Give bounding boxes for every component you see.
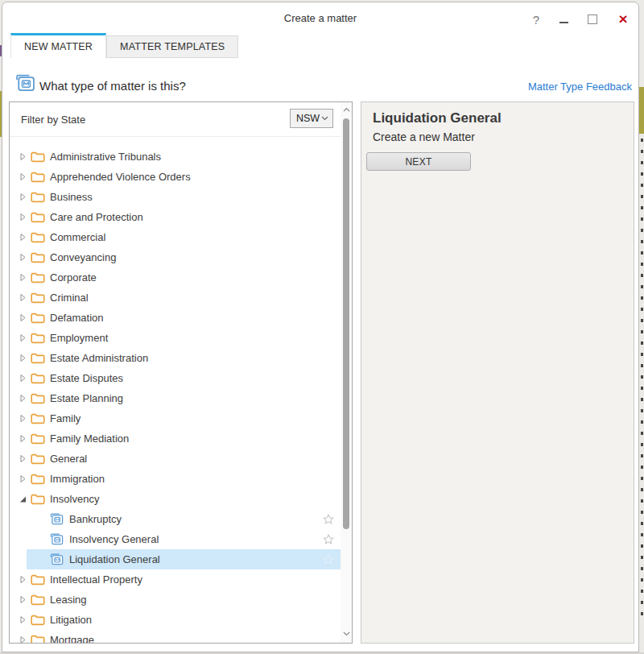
tree-item-label: Apprehended Violence Orders bbox=[50, 171, 191, 183]
folder-icon bbox=[31, 433, 45, 445]
folder-icon bbox=[31, 172, 45, 183]
expander-collapsed-icon[interactable] bbox=[19, 293, 27, 302]
scrollbar-thumb[interactable] bbox=[343, 118, 349, 529]
expander-collapsed-icon[interactable] bbox=[19, 434, 27, 443]
folder-icon bbox=[31, 151, 45, 163]
tree-item-label: Commercial bbox=[50, 231, 105, 243]
next-button[interactable]: NEXT bbox=[366, 152, 471, 171]
tree-item-immigration[interactable]: Immigration bbox=[10, 469, 341, 489]
tree-item-estate-disputes[interactable]: Estate Disputes bbox=[10, 368, 341, 388]
folder-icon bbox=[31, 494, 45, 505]
matter-icon bbox=[50, 553, 64, 565]
tree-item-litigation[interactable]: Litigation bbox=[10, 610, 341, 630]
tree-item-label: Estate Disputes bbox=[50, 372, 123, 384]
expander-collapsed-icon[interactable] bbox=[19, 454, 27, 463]
star-icon[interactable] bbox=[323, 554, 334, 565]
chevron-down-icon bbox=[321, 116, 332, 121]
expander-collapsed-icon[interactable] bbox=[19, 273, 27, 282]
tree-item-apprehended-violence-orders[interactable]: Apprehended Violence Orders bbox=[10, 167, 341, 187]
matter-icon bbox=[50, 533, 64, 545]
tree-item-label: Intellectual Property bbox=[50, 573, 142, 586]
tree-item-administrative-tribunals[interactable]: Administrative Tribunals bbox=[10, 147, 341, 167]
minimize-button[interactable] bbox=[555, 10, 572, 28]
tree-item-label: Business bbox=[50, 191, 93, 203]
tree-item-label: Estate Planning bbox=[50, 392, 123, 404]
tree-item-label: Leasing bbox=[50, 594, 87, 606]
matter-icon bbox=[50, 513, 64, 525]
tree-item-family-mediation[interactable]: Family Mediation bbox=[10, 428, 341, 449]
tree-item-care-and-protection[interactable]: Care and Protection bbox=[10, 207, 341, 227]
folder-icon bbox=[31, 474, 45, 485]
expander-collapsed-icon[interactable] bbox=[19, 474, 27, 483]
expander-collapsed-icon[interactable] bbox=[19, 333, 27, 342]
tree-item-leasing[interactable]: Leasing bbox=[10, 590, 341, 610]
expander-collapsed-icon[interactable] bbox=[19, 313, 27, 322]
expander-collapsed-icon[interactable] bbox=[19, 635, 27, 643]
tree-item-intellectual-property[interactable]: Intellectual Property bbox=[10, 569, 341, 590]
tree-item-bankruptcy[interactable]: Bankruptcy bbox=[27, 509, 341, 529]
expander-collapsed-icon[interactable] bbox=[19, 575, 27, 584]
tree-item-label: Litigation bbox=[50, 614, 92, 626]
tree-item-conveyancing[interactable]: Conveyancing bbox=[10, 247, 341, 267]
desktop-edge-right bbox=[639, 87, 644, 134]
tree-item-label: Bankruptcy bbox=[69, 513, 122, 525]
expander-collapsed-icon[interactable] bbox=[19, 253, 27, 262]
chevron-down-icon[interactable] bbox=[341, 628, 352, 640]
chevron-up-icon[interactable] bbox=[341, 104, 352, 115]
folder-icon bbox=[31, 574, 45, 586]
matter-type-tree: Administrative TribunalsApprehended Viol… bbox=[10, 147, 341, 643]
matter-detail-panel: Liquidation General Create a new Matter … bbox=[361, 101, 634, 644]
help-button[interactable]: ? bbox=[527, 10, 545, 28]
tree-item-liquidation-general[interactable]: Liquidation General bbox=[27, 549, 341, 569]
expander-collapsed-icon[interactable] bbox=[19, 213, 27, 221]
folder-icon bbox=[31, 635, 45, 644]
maximize-button[interactable] bbox=[584, 10, 601, 28]
expander-collapsed-icon[interactable] bbox=[19, 615, 27, 624]
folder-icon bbox=[31, 313, 45, 324]
star-icon[interactable] bbox=[323, 534, 334, 545]
folder-icon bbox=[31, 453, 45, 465]
tree-item-general[interactable]: General bbox=[10, 449, 341, 469]
tree-item-label: Criminal bbox=[50, 292, 89, 304]
tree-item-estate-administration[interactable]: Estate Administration bbox=[10, 348, 341, 368]
expander-collapsed-icon[interactable] bbox=[19, 394, 27, 403]
selected-matter-title: Liquidation General bbox=[373, 110, 502, 126]
expander-collapsed-icon[interactable] bbox=[19, 233, 27, 242]
tree-item-commercial[interactable]: Commercial bbox=[10, 227, 341, 247]
expander-collapsed-icon[interactable] bbox=[19, 595, 27, 604]
tree-item-insolvency[interactable]: Insolvency bbox=[10, 489, 341, 509]
state-dropdown[interactable]: NSW bbox=[290, 109, 333, 128]
tree-item-label: Defamation bbox=[50, 312, 103, 324]
expander-collapsed-icon[interactable] bbox=[19, 172, 27, 181]
matter-type-feedback-link[interactable]: Matter Type Feedback bbox=[528, 81, 632, 93]
tree-item-criminal[interactable]: Criminal bbox=[10, 288, 341, 308]
expander-collapsed-icon[interactable] bbox=[19, 374, 27, 383]
tree-item-insolvency-general[interactable]: Insolvency General bbox=[27, 529, 341, 549]
tree-item-label: Family bbox=[50, 412, 80, 424]
expander-collapsed-icon[interactable] bbox=[19, 354, 27, 362]
close-button[interactable]: × bbox=[614, 10, 632, 28]
folder-icon bbox=[31, 373, 45, 384]
tree-item-mortgage[interactable]: Mortgage bbox=[10, 630, 341, 643]
expander-expanded-icon[interactable] bbox=[19, 495, 27, 503]
tree-item-defamation[interactable]: Defamation bbox=[10, 308, 341, 328]
tree-item-label: Corporate bbox=[50, 271, 97, 284]
tree-scrollbar[interactable] bbox=[341, 102, 352, 643]
expander-collapsed-icon[interactable] bbox=[19, 192, 27, 201]
folder-icon bbox=[31, 212, 45, 223]
star-icon[interactable] bbox=[323, 514, 334, 525]
expander-collapsed-icon[interactable] bbox=[19, 152, 27, 161]
tab-matter-templates[interactable]: MATTER TEMPLATES bbox=[106, 35, 238, 58]
expander-collapsed-icon[interactable] bbox=[19, 414, 27, 423]
tree-item-corporate[interactable]: Corporate bbox=[10, 267, 341, 288]
tree-item-label: Insolvency General bbox=[69, 533, 159, 545]
state-dropdown-value: NSW bbox=[291, 113, 321, 124]
tree-item-employment[interactable]: Employment bbox=[10, 328, 341, 348]
tab-new-matter[interactable]: NEW MATTER bbox=[10, 33, 106, 58]
tree-item-label: Insolvency bbox=[50, 493, 99, 505]
tree-item-business[interactable]: Business bbox=[10, 187, 341, 207]
matter-type-tree-panel: Filter by State NSW Administrative Tribu… bbox=[9, 101, 353, 644]
page-title: What type of matter is this? bbox=[39, 79, 186, 93]
tree-item-estate-planning[interactable]: Estate Planning bbox=[10, 388, 341, 408]
tree-item-family[interactable]: Family bbox=[10, 408, 341, 428]
